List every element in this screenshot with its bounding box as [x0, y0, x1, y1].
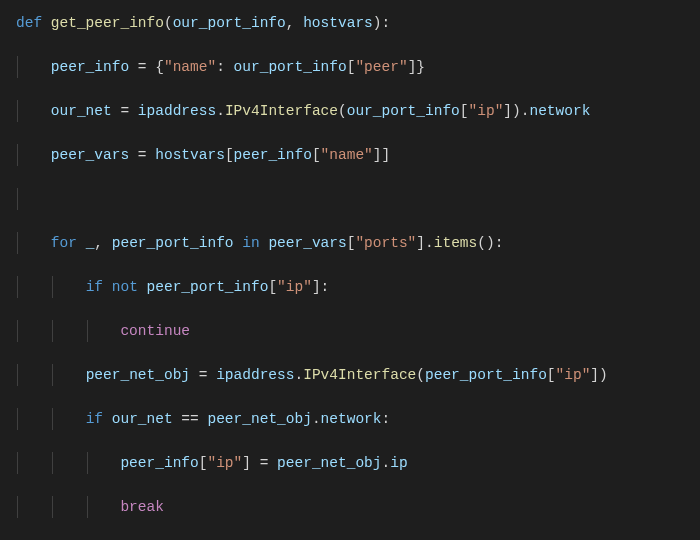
token-id: ipaddress: [216, 367, 294, 383]
token-id: our_net: [51, 103, 112, 119]
indent-guide: [17, 100, 18, 122]
token-p: [: [268, 279, 277, 295]
token-kw: if: [86, 411, 112, 427]
token-p: = {: [129, 59, 164, 75]
indent-guide: [52, 408, 53, 430]
token-id: peer_net_obj: [207, 411, 311, 427]
indent-guide: [17, 408, 18, 430]
token-id: peer_info: [120, 455, 198, 471]
token-p: ]).: [503, 103, 529, 119]
token-id: peer_port_info: [112, 235, 234, 251]
token-kw: for: [51, 235, 86, 251]
token-id: peer_vars: [268, 235, 346, 251]
token-p: [: [312, 147, 321, 163]
code-line: if not peer_port_info["ip"]:: [16, 276, 700, 298]
indent-guide: [17, 56, 18, 78]
token-str: "peer": [355, 59, 407, 75]
code-line: continue: [16, 320, 700, 342]
token-id: network: [321, 411, 382, 427]
code-line: if our_net == peer_net_obj.network:: [16, 408, 700, 430]
token-str: "ip": [277, 279, 312, 295]
token-fn: IPv4Interface: [303, 367, 416, 383]
token-id: peer_vars: [51, 147, 129, 163]
token-str: "ip": [469, 103, 504, 119]
token-str: "name": [164, 59, 216, 75]
token-id: ip: [390, 455, 407, 471]
token-p: ==: [173, 411, 208, 427]
token-id: peer_net_obj: [86, 367, 190, 383]
token-id: peer_net_obj: [277, 455, 381, 471]
indent-guide: [17, 320, 18, 342]
code-line: peer_vars = hostvars[peer_info["name"]]: [16, 144, 700, 166]
token-p: =: [129, 147, 155, 163]
token-id: hostvars: [303, 15, 373, 31]
indent-guide: [17, 364, 18, 386]
code-block: def get_peer_info(our_port_info, hostvar…: [0, 0, 700, 540]
token-flow: continue: [120, 323, 190, 339]
token-p: ]}: [408, 59, 425, 75]
token-p: ]:: [312, 279, 329, 295]
token-str: "ip": [556, 367, 591, 383]
indent-guide: [17, 452, 18, 474]
indent-guide: [87, 496, 88, 518]
token-kw: def: [16, 15, 51, 31]
token-id: peer_port_info: [147, 279, 269, 295]
token-flow: break: [120, 499, 164, 515]
token-fn: items: [434, 235, 478, 251]
indent-guide: [17, 188, 18, 210]
indent-guide: [17, 144, 18, 166]
indent-guide: [17, 232, 18, 254]
token-p: ():: [477, 235, 503, 251]
token-p: =: [112, 103, 138, 119]
token-p: ):: [373, 15, 390, 31]
token-p: =: [190, 367, 216, 383]
token-p: (: [416, 367, 425, 383]
indent-guide: [52, 320, 53, 342]
token-p: (: [338, 103, 347, 119]
indent-guide: [52, 364, 53, 386]
token-id: our_net: [112, 411, 173, 427]
token-p: [: [225, 147, 234, 163]
token-str: "ports": [355, 235, 416, 251]
token-id: our_port_info: [173, 15, 286, 31]
indent-guide: [52, 276, 53, 298]
indent-guide: [87, 320, 88, 342]
token-p: .: [312, 411, 321, 427]
token-str: "ip": [207, 455, 242, 471]
token-id: peer_info: [51, 59, 129, 75]
code-line: peer_info["ip"] = peer_net_obj.ip: [16, 452, 700, 474]
token-str: "name": [321, 147, 373, 163]
code-line: [16, 188, 700, 210]
code-line: peer_net_obj = ipaddress.IPv4Interface(p…: [16, 364, 700, 386]
code-line: our_net = ipaddress.IPv4Interface(our_po…: [16, 100, 700, 122]
token-p: (: [164, 15, 173, 31]
token-kw: if not: [86, 279, 147, 295]
token-id: ipaddress: [138, 103, 216, 119]
code-line: peer_info = {"name": our_port_info["peer…: [16, 56, 700, 78]
token-p: :: [382, 411, 391, 427]
token-p: ]): [590, 367, 607, 383]
indent-guide: [52, 496, 53, 518]
token-id: our_port_info: [234, 59, 347, 75]
indent-guide: [87, 452, 88, 474]
code-line: break: [16, 496, 700, 518]
indent-guide: [17, 496, 18, 518]
token-p: ] =: [242, 455, 277, 471]
token-p: ,: [94, 235, 111, 251]
token-p: [: [460, 103, 469, 119]
token-p: [: [547, 367, 556, 383]
token-p: ,: [286, 15, 303, 31]
token-id: network: [529, 103, 590, 119]
code-line: for _, peer_port_info in peer_vars["port…: [16, 232, 700, 254]
indent-guide: [17, 276, 18, 298]
token-p: ]]: [373, 147, 390, 163]
code-line: def get_peer_info(our_port_info, hostvar…: [16, 12, 700, 34]
indent-guide: [52, 452, 53, 474]
token-kw: in: [234, 235, 269, 251]
token-p: .: [382, 455, 391, 471]
token-p: .: [294, 367, 303, 383]
token-id: peer_port_info: [425, 367, 547, 383]
token-p: .: [216, 103, 225, 119]
token-id: hostvars: [155, 147, 225, 163]
token-fn: IPv4Interface: [225, 103, 338, 119]
